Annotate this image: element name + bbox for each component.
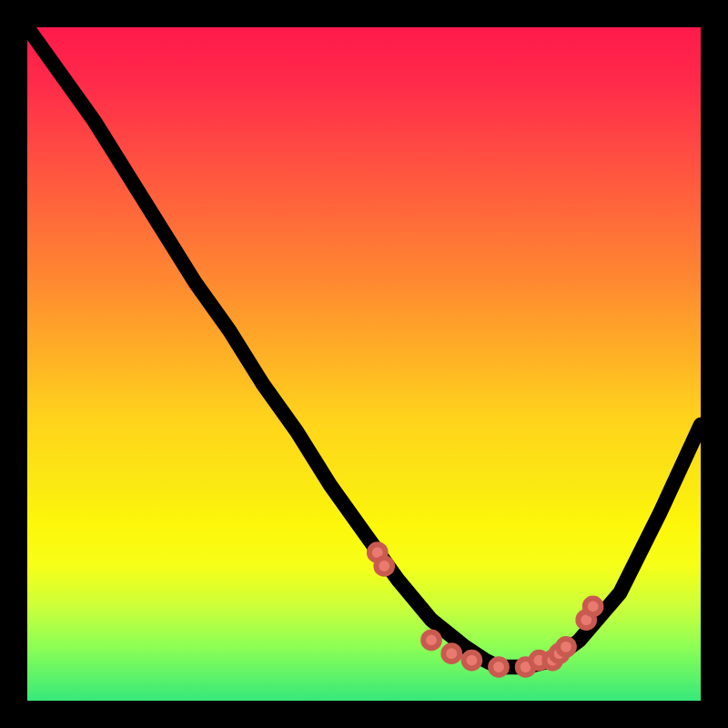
highlight-dot (464, 652, 480, 669)
plot-area (27, 27, 701, 701)
highlight-dot (558, 639, 574, 655)
frame-left (0, 0, 27, 728)
frame-bottom (0, 701, 728, 728)
bottleneck-curve (27, 27, 701, 667)
highlight-dot (443, 645, 460, 662)
frame-top (0, 0, 728, 27)
highlight-dot (376, 558, 392, 574)
frame-right (701, 0, 728, 728)
curve-svg (27, 27, 701, 701)
highlight-dot (585, 599, 602, 615)
highlight-dot (423, 632, 440, 649)
highlight-dot (490, 659, 507, 675)
